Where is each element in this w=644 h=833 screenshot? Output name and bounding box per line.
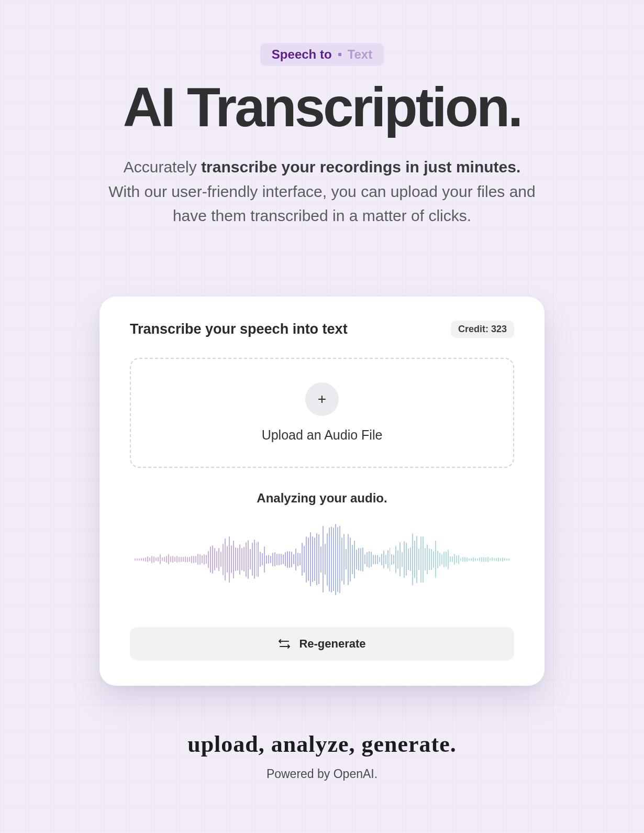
hero-sub-bold: transcribe your recordings in just minut… [201,158,520,176]
card-title: Transcribe your speech into text [130,321,348,337]
footer-tagline: upload, analyze, generate. [187,731,457,758]
hero-subtitle: Accurately transcribe your recordings in… [107,155,537,228]
feature-pill: Speech to Text [260,43,384,66]
swap-icon [278,639,291,649]
transcription-card: Transcribe your speech into text Credit:… [99,297,545,686]
pill-light-text: Text [348,47,373,62]
upload-label: Upload an Audio File [262,428,383,443]
plus-icon: + [305,382,339,416]
regenerate-button[interactable]: Re-generate [130,627,514,661]
footer-powered: Powered by OpenAI. [267,767,377,781]
pill-dark-text: Speech to [272,47,332,62]
regenerate-label: Re-generate [299,637,365,651]
audio-waveform [130,515,514,604]
credit-badge: Credit: 323 [451,321,514,338]
hero-sub-pre: Accurately [124,158,201,176]
page-title: AI Transcription. [123,79,521,136]
analysis-status: Analyzing your audio. [130,491,514,506]
upload-dropzone[interactable]: + Upload an Audio File [130,358,514,468]
pill-separator-icon [338,53,341,56]
hero-sub-post: With our user-friendly interface, you ca… [108,183,535,225]
